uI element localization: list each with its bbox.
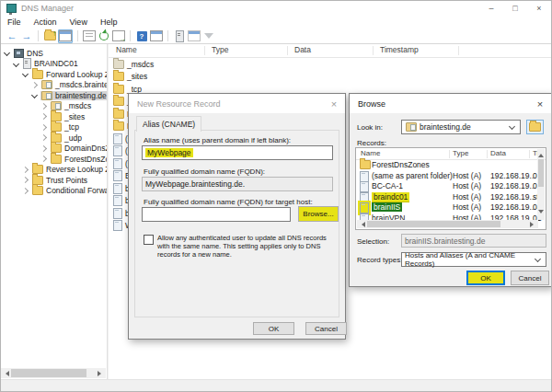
browse-row-braindc01[interactable]: braindc01Host (A)192.168.19...st	[356, 191, 538, 202]
browse-row-brainiis-selected[interactable]: brainIISHost (A)192.168.19...04	[356, 202, 538, 213]
minimize-button[interactable]: –	[479, 1, 503, 15]
column-header-data[interactable]: Data	[490, 149, 506, 157]
chevron-right-icon[interactable]	[40, 113, 47, 120]
list-row[interactable]: _sites	[109, 71, 147, 84]
server-icon	[23, 58, 31, 69]
title-bar: DNS Manager – □ ×	[1, 1, 551, 15]
scroll-right-icon[interactable]	[98, 371, 104, 376]
chevron-right-icon[interactable]	[22, 188, 29, 194]
browse-records-list: Name Type Data Ti ForestDnsZones (same a…	[355, 147, 546, 230]
ok-button[interactable]: OK	[466, 271, 505, 285]
allow-update-checkbox[interactable]	[144, 235, 154, 245]
window-bottom-edge	[1, 379, 551, 392]
chevron-right-icon[interactable]	[40, 134, 47, 141]
chevron-down-icon[interactable]	[22, 71, 29, 77]
allow-update-checkbox-label: Allow any authenticated user to update a…	[157, 234, 338, 259]
chevron-down-icon[interactable]	[4, 50, 10, 56]
tree-item-forestdnszones[interactable]: ForestDnsZones	[1, 154, 108, 165]
record-types-dropdown[interactable]: Hosts and Aliases (A and CNAME Records)	[401, 252, 546, 267]
chevron-right-icon[interactable]	[40, 156, 47, 162]
scrollbar-thumb[interactable]	[11, 369, 86, 377]
close-icon[interactable]: ×	[529, 94, 551, 113]
scrollbar-thumb[interactable]	[367, 221, 500, 227]
filter-icon	[202, 30, 215, 42]
maximize-button[interactable]: □	[503, 1, 527, 15]
scrollbar-thumb[interactable]	[538, 159, 544, 187]
export-list-icon[interactable]	[112, 30, 125, 42]
target-host-input[interactable]	[142, 207, 291, 222]
tree-item-forward-lookup-zones[interactable]: Forward Lookup Zones	[1, 69, 108, 80]
column-header-type[interactable]: Type	[453, 149, 468, 157]
refresh-icon[interactable]	[98, 30, 110, 42]
browse-row[interactable]: (same as parent folder)Host (A)192.168.1…	[356, 170, 538, 181]
properties-icon[interactable]	[83, 30, 96, 42]
tree-horizontal-scrollbar[interactable]	[1, 368, 106, 378]
menu-item-help[interactable]: Help	[94, 17, 124, 27]
menu-bar: File Action View Help	[1, 15, 551, 29]
selected-tree-item: braintesting.de	[40, 91, 108, 100]
menu-item-action[interactable]: Action	[28, 17, 63, 27]
scroll-left-icon[interactable]	[359, 222, 365, 227]
server-icon[interactable]	[173, 30, 186, 42]
folder-icon	[51, 155, 62, 164]
close-button[interactable]: ×	[527, 1, 551, 15]
dns-root-icon	[14, 49, 24, 58]
chevron-right-icon[interactable]	[40, 124, 47, 131]
tree-item-braintesting-de[interactable]: braintesting.de	[1, 90, 108, 101]
up-one-level-button[interactable]	[526, 120, 544, 134]
scroll-right-icon[interactable]	[530, 222, 536, 227]
scroll-up-icon[interactable]	[538, 151, 544, 157]
chevron-right-icon[interactable]	[22, 177, 29, 183]
browse-button[interactable]: Browse...	[298, 206, 339, 222]
alias-name-input[interactable]: MyWebpage	[142, 145, 333, 160]
back-icon[interactable]: ←	[6, 30, 18, 42]
chevron-right-icon[interactable]	[40, 103, 47, 110]
menu-item-file[interactable]: File	[1, 17, 28, 27]
toolbar-separator	[77, 30, 78, 41]
browse-vertical-scrollbar[interactable]	[537, 149, 545, 220]
ok-button[interactable]: OK	[253, 322, 294, 335]
browse-horizontal-scrollbar[interactable]	[357, 220, 538, 228]
app-icon	[6, 4, 17, 13]
chevron-right-icon[interactable]	[40, 145, 47, 152]
column-header-type[interactable]: Type	[212, 45, 228, 54]
chevron-right-icon[interactable]	[22, 167, 29, 173]
tree-item-reverse-lookup-zones[interactable]: Reverse Lookup Zones	[1, 165, 108, 176]
console-window-icon[interactable]	[150, 30, 163, 42]
chevron-right-icon[interactable]	[31, 82, 38, 88]
up-one-level-icon[interactable]: ↑	[43, 30, 56, 42]
tree-item-trust-points[interactable]: Trust Points	[1, 175, 108, 186]
chevron-down-icon[interactable]	[13, 61, 19, 67]
dialog-title-bar: New Resource Record ×	[129, 94, 345, 113]
close-icon[interactable]: ×	[323, 94, 345, 113]
tree-item-dns[interactable]: DNS	[1, 48, 108, 59]
show-console-tree-icon[interactable]	[58, 29, 73, 43]
chevron-down-icon[interactable]	[509, 122, 515, 129]
forward-icon[interactable]: →	[20, 30, 33, 42]
tree-item-msdcs-braintesting[interactable]: _msdcs.braintesting.d	[1, 80, 108, 91]
column-header-name[interactable]: Name	[361, 149, 380, 157]
browse-row[interactable]: BC-CA-1Host (A)192.168.19...01	[356, 180, 538, 191]
scroll-left-icon[interactable]	[3, 371, 9, 376]
list-row[interactable]: _msdcs	[109, 58, 154, 71]
browse-dialog: Browse × Look in: braintesting.de Record…	[349, 93, 552, 287]
look-in-combobox[interactable]: braintesting.de	[401, 120, 521, 134]
dns-manager-window: DNS Manager – □ × File Action View Help …	[0, 0, 552, 392]
cancel-button[interactable]: Cancel	[511, 271, 549, 285]
window-icon[interactable]	[188, 30, 201, 42]
column-header-timestamp[interactable]: Timestamp	[380, 45, 419, 54]
menu-item-view[interactable]: View	[63, 17, 94, 27]
chevron-down-icon[interactable]	[535, 255, 541, 261]
scroll-down-icon[interactable]	[538, 210, 544, 216]
help-icon[interactable]: ?	[135, 30, 148, 42]
tree-item-conditional-forwarders[interactable]: Conditional Forwarders	[1, 186, 108, 197]
chevron-down-icon[interactable]	[31, 92, 38, 98]
tree-item-braindc01[interactable]: BRAINDC01	[1, 59, 108, 70]
selection-field: brainIIS.braintesting.de	[401, 234, 546, 248]
cancel-button[interactable]: Cancel	[305, 322, 347, 335]
browse-row[interactable]: ForestDnsZones	[356, 159, 538, 170]
column-header-data[interactable]: Data	[294, 45, 311, 54]
column-header-name[interactable]: Name	[116, 45, 137, 54]
record-icon	[113, 158, 122, 169]
tab-alias-cname[interactable]: Alias (CNAME)	[136, 116, 201, 132]
